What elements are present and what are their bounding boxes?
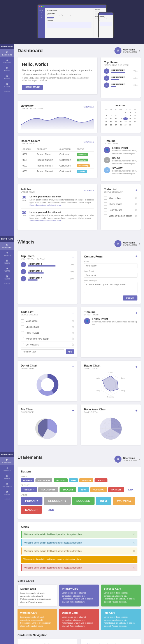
sidebar-item-assets-3[interactable]: ▤ ASSETS bbox=[0, 473, 14, 481]
btn-warning-md[interactable]: WARNING bbox=[90, 487, 107, 492]
todo-checkbox-1-small[interactable] bbox=[104, 196, 107, 200]
sidebar-item-cards-2[interactable]: ▣ CARDS bbox=[0, 273, 14, 281]
cal-day[interactable]: 30 bbox=[128, 124, 133, 126]
cal-day[interactable]: 9 bbox=[128, 114, 133, 117]
todo-checkbox-2-small[interactable] bbox=[104, 202, 107, 206]
cal-day[interactable]: 25 bbox=[104, 124, 109, 126]
btn-success-sm[interactable]: SUCCESS bbox=[54, 478, 68, 482]
cal-day[interactable]: 27 bbox=[114, 124, 118, 126]
btn-link-md[interactable]: LINK bbox=[125, 487, 136, 492]
btn-secondary-md[interactable]: SECONDARY bbox=[38, 487, 58, 492]
cal-day[interactable]: 10 bbox=[133, 114, 138, 117]
btn-danger-sm[interactable]: DANGER bbox=[95, 478, 108, 482]
radar-plus-icon[interactable]: + bbox=[136, 365, 138, 369]
sidebar-item-cards-3[interactable]: ▣ CARDS bbox=[0, 489, 14, 496]
email-input[interactable] bbox=[84, 273, 138, 278]
sidebar-item-dashboard-2[interactable]: ⊞ DASHBOARD bbox=[0, 242, 14, 250]
btn-link-lg[interactable]: LINK bbox=[43, 506, 58, 514]
cal-day[interactable]: 16 bbox=[128, 117, 133, 120]
cal-day[interactable]: 22 bbox=[123, 120, 128, 123]
todo-checkbox-4-small[interactable] bbox=[104, 214, 107, 217]
cal-day[interactable]: 7 bbox=[118, 114, 123, 117]
todo-checkbox-3-full[interactable] bbox=[21, 331, 24, 334]
btn-danger-lg[interactable]: DANGER bbox=[21, 506, 42, 514]
todo-delete-icon-3[interactable]: 🗑 bbox=[72, 331, 74, 334]
todo-checkbox-1-full[interactable] bbox=[21, 319, 24, 322]
btn-warning-lg[interactable]: WARNING bbox=[113, 497, 135, 505]
cal-day[interactable]: 1 bbox=[123, 111, 128, 114]
btn-secondary-sm[interactable]: SECONDARY bbox=[35, 478, 52, 482]
cal-day[interactable]: 4 bbox=[104, 114, 109, 117]
btn-info-md[interactable]: INFO bbox=[78, 487, 89, 492]
sidebar-item-dashboard-3[interactable]: ⊞ DASHBOARD bbox=[0, 457, 14, 465]
todo-trash-icon-4[interactable]: 🗑 bbox=[135, 214, 138, 217]
cal-day[interactable]: 14 bbox=[118, 117, 123, 120]
todo-add-button[interactable]: ADD bbox=[66, 350, 74, 354]
cal-day[interactable]: 17 bbox=[133, 117, 138, 120]
cal-day[interactable]: 13 bbox=[114, 117, 118, 120]
todo-checkbox-3-small[interactable] bbox=[104, 208, 107, 212]
sidebar-item-alerts-2[interactable]: ◉ ALERTS bbox=[0, 266, 14, 273]
btn-warning-sm[interactable]: WARNING bbox=[79, 478, 93, 482]
todo-add-input[interactable] bbox=[21, 350, 64, 354]
alert-close-warning[interactable]: × bbox=[133, 549, 135, 553]
timeline-plus-icon[interactable]: + bbox=[136, 311, 138, 315]
btn-primary-lg[interactable]: PRIMARY bbox=[21, 497, 42, 505]
btn-info-sm[interactable]: INFO bbox=[69, 478, 78, 482]
cal-day[interactable]: 5 bbox=[109, 114, 113, 117]
cal-day[interactable]: 6 bbox=[114, 114, 118, 117]
btn-danger-md[interactable]: DANGER bbox=[108, 487, 124, 492]
learn-more-button[interactable]: LEARN MORE bbox=[22, 85, 43, 90]
sidebar-about-3[interactable]: ● ABOUT bbox=[0, 496, 14, 502]
submit-button[interactable]: SUBMIT bbox=[123, 296, 138, 300]
cal-day[interactable]: 8 bbox=[123, 114, 128, 117]
sidebar-about-2[interactable]: ● ABOUT bbox=[0, 281, 14, 286]
todo-trash-icon-3[interactable]: 🗑 bbox=[135, 208, 138, 212]
cal-day[interactable] bbox=[104, 111, 109, 114]
todo-checkbox-5-full[interactable] bbox=[21, 343, 24, 346]
cal-day[interactable]: 11 bbox=[104, 117, 109, 120]
sidebar-item-widgets-1[interactable]: ◈ WIDGETS bbox=[0, 57, 14, 65]
todo-trash-icon-2[interactable]: 🗑 bbox=[135, 202, 138, 206]
cal-day[interactable]: 2 bbox=[128, 111, 133, 114]
polar-plus-icon[interactable]: + bbox=[136, 409, 138, 412]
cal-day[interactable]: 24 bbox=[133, 120, 138, 123]
todo-plus-icon-full[interactable]: + bbox=[72, 311, 74, 315]
cal-day[interactable]: 20 bbox=[114, 120, 118, 123]
sidebar-item-alerts-3[interactable]: ◉ UI ELEMENTS bbox=[0, 481, 14, 489]
sidebar-item-alerts-1[interactable]: ◉ ALERTS bbox=[0, 73, 14, 81]
card-nav-item-active-1[interactable]: Active bbox=[21, 642, 32, 644]
todo-plus-icon-small[interactable]: + bbox=[136, 188, 138, 192]
name-input[interactable] bbox=[84, 263, 138, 268]
top-users-plus-icon[interactable]: + bbox=[72, 255, 74, 259]
btn-info-lg[interactable]: INFO bbox=[96, 497, 111, 505]
sidebar-item-dashboard-1[interactable]: ⊞ DASHBOARD bbox=[0, 49, 14, 57]
cal-day[interactable]: 3 bbox=[133, 111, 138, 114]
cal-day[interactable]: 29 bbox=[123, 124, 128, 126]
sidebar-item-assets-2[interactable]: ▤ ASSETS bbox=[0, 258, 14, 266]
contact-plus-icon[interactable]: + bbox=[136, 254, 138, 258]
overview-link[interactable]: VIEW ALL + bbox=[84, 106, 94, 108]
alert-close-danger[interactable]: × bbox=[133, 566, 135, 570]
card-nav-item-active-2[interactable]: Active bbox=[84, 642, 95, 644]
todo-delete-icon-2[interactable]: 🗑 bbox=[72, 325, 74, 328]
alert-close-info[interactable]: × bbox=[133, 541, 135, 544]
sidebar-item-widgets-3[interactable]: ◈ WIDGETS bbox=[0, 465, 14, 473]
btn-primary-sm[interactable]: PRIMARY bbox=[21, 478, 34, 482]
cal-day[interactable]: 26 bbox=[109, 124, 113, 126]
todo-trash-icon-1[interactable]: 🗑 bbox=[135, 196, 138, 200]
cal-day[interactable]: 28 bbox=[118, 124, 123, 126]
article-link-2[interactable]: 2 more Lorem ipsum clicbur sit amor bbox=[29, 220, 94, 222]
card-nav-item-link-2[interactable]: Link bbox=[95, 642, 104, 644]
cal-day[interactable] bbox=[133, 124, 138, 126]
cal-day[interactable] bbox=[114, 111, 118, 114]
cal-day-today[interactable]: 15 bbox=[123, 117, 128, 120]
btn-primary-md[interactable]: PRIMARY bbox=[21, 487, 37, 492]
cal-day[interactable]: 19 bbox=[109, 120, 113, 123]
todo-delete-icon-5[interactable]: 🗑 bbox=[72, 343, 74, 346]
todo-delete-icon-4[interactable]: 🗑 bbox=[72, 337, 74, 340]
alert-close-warning2[interactable]: × bbox=[133, 558, 135, 561]
card-nav-item-link-1[interactable]: Link bbox=[32, 642, 41, 644]
btn-success-lg[interactable]: SUCCESS bbox=[72, 497, 95, 505]
btn-success-md[interactable]: SUCCESS bbox=[60, 487, 76, 492]
